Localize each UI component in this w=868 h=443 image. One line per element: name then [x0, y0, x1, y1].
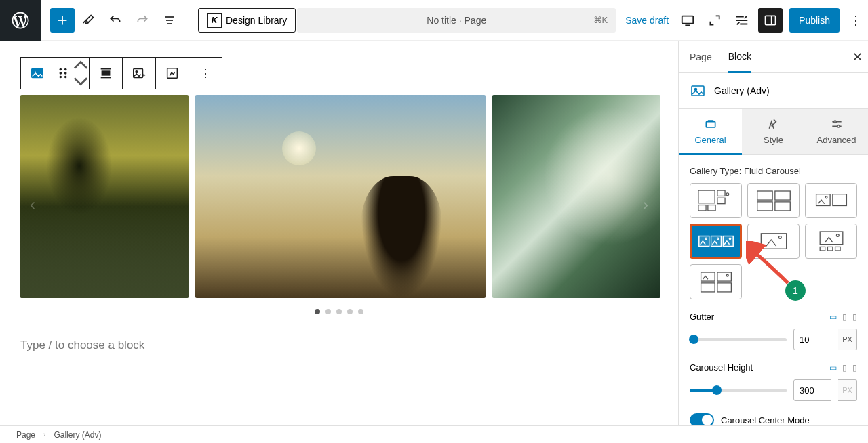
undo-button[interactable] — [102, 7, 129, 34]
gallery-type-masonry[interactable] — [690, 183, 742, 218]
add-block-prompt[interactable]: Type / to choose a block — [20, 339, 658, 352]
svg-rect-9 — [32, 69, 43, 78]
svg-rect-47 — [723, 236, 733, 247]
svg-point-14 — [64, 72, 67, 75]
carousel-dot[interactable] — [315, 309, 320, 314]
svg-rect-61 — [717, 283, 731, 292]
svg-rect-7 — [766, 16, 776, 24]
svg-rect-27 — [706, 122, 715, 127]
design-library-label: Design Library — [226, 15, 287, 26]
svg-point-15 — [60, 76, 62, 79]
svg-point-44 — [825, 196, 827, 198]
subtab-advanced-label: Advanced — [817, 135, 856, 145]
carousel-height-unit: PX — [838, 379, 857, 401]
gallery-image-1[interactable] — [20, 95, 189, 298]
svg-rect-20 — [134, 69, 143, 78]
carousel-height-slider[interactable] — [690, 389, 787, 392]
gallery-type-thumbnail-slider[interactable] — [805, 224, 857, 259]
design-library-button[interactable]: K Design Library — [198, 8, 296, 33]
carousel-height-value-input[interactable]: 300 — [793, 379, 831, 401]
device-tablet-icon[interactable]: ▯ — [842, 363, 847, 373]
breadcrumb-page[interactable]: Page — [16, 430, 35, 440]
gallery-type-grid[interactable] — [747, 183, 800, 218]
publish-button[interactable]: Publish — [789, 8, 840, 33]
sidebar-toggle-button[interactable] — [758, 8, 783, 33]
carousel-prev-button[interactable]: ‹ — [20, 188, 45, 221]
svg-point-16 — [64, 76, 67, 79]
subtab-advanced[interactable]: Advanced — [805, 109, 868, 154]
svg-rect-32 — [698, 190, 714, 203]
drag-handle-icon[interactable] — [54, 58, 73, 89]
gallery-type-tiles[interactable] — [690, 264, 742, 299]
gutter-value-input[interactable]: 10 — [793, 329, 831, 350]
gutter-unit[interactable]: PX — [838, 329, 857, 350]
carousel-dot[interactable] — [347, 309, 353, 314]
wordpress-logo[interactable] — [0, 0, 41, 41]
save-draft-button[interactable]: Save draft — [625, 15, 669, 26]
view-desktop-icon[interactable] — [674, 7, 701, 34]
svg-rect-46 — [711, 236, 721, 247]
gallery-type-slider[interactable] — [747, 224, 800, 259]
gallery-block[interactable]: ‹ › — [20, 95, 658, 314]
kadence-icon[interactable] — [728, 7, 755, 34]
svg-rect-33 — [717, 190, 724, 196]
block-type-gallery-icon[interactable] — [21, 58, 54, 89]
svg-rect-53 — [820, 232, 843, 245]
gallery-type-fluid-carousel[interactable] — [690, 224, 742, 259]
svg-rect-38 — [757, 191, 772, 200]
tab-block[interactable]: Block — [728, 41, 751, 73]
svg-point-54 — [836, 234, 839, 237]
carousel-dot[interactable] — [358, 309, 363, 314]
block-name-label: Gallery (Adv) — [714, 85, 770, 96]
svg-rect-43 — [832, 194, 846, 206]
breadcrumb-block[interactable]: Gallery (Adv) — [54, 430, 101, 440]
carousel-next-button[interactable]: › — [633, 188, 658, 221]
design-library-icon: K — [207, 13, 222, 28]
device-desktop-icon[interactable]: ▭ — [829, 363, 837, 373]
document-outline-button[interactable] — [156, 7, 183, 34]
carousel-center-mode-label: Carousel Center Mode — [721, 415, 810, 425]
svg-rect-58 — [701, 272, 715, 281]
block-more-options[interactable]: ⋮ — [189, 58, 222, 89]
tab-page[interactable]: Page — [690, 42, 712, 72]
block-toolbar: ⋮ — [20, 57, 222, 89]
svg-point-52 — [778, 236, 781, 239]
move-up-down-buttons[interactable] — [73, 58, 89, 89]
svg-rect-18 — [102, 71, 110, 75]
carousel-center-mode-toggle[interactable] — [690, 413, 714, 425]
svg-point-13 — [60, 72, 62, 75]
device-mobile-icon[interactable]: ▯ — [852, 363, 857, 373]
carousel-dot[interactable] — [336, 309, 342, 314]
add-block-button[interactable] — [50, 8, 75, 33]
carousel-dot[interactable] — [326, 309, 331, 314]
svg-rect-55 — [820, 247, 825, 251]
edit-mode-icon[interactable] — [75, 7, 102, 34]
gallery-image-2[interactable] — [195, 95, 486, 298]
svg-point-11 — [60, 68, 62, 71]
svg-rect-57 — [835, 247, 840, 251]
svg-point-30 — [833, 121, 835, 123]
device-tablet-icon[interactable]: ▯ — [842, 312, 847, 322]
device-desktop-icon[interactable]: ▭ — [829, 312, 837, 322]
crop-button[interactable] — [156, 58, 189, 89]
svg-rect-41 — [774, 202, 789, 211]
page-title-text: No title · Page — [427, 15, 486, 26]
subtab-style[interactable]: Style — [742, 109, 805, 154]
align-button[interactable] — [90, 58, 122, 89]
subtab-general[interactable]: General — [679, 109, 742, 155]
more-options-button[interactable]: ⋮ — [844, 13, 868, 28]
add-image-button[interactable] — [123, 58, 155, 89]
carousel-dots[interactable] — [20, 309, 658, 314]
page-title-field[interactable]: No title · Page ⌘K — [297, 8, 616, 33]
subtab-general-label: General — [694, 135, 726, 145]
gutter-slider[interactable] — [690, 338, 787, 341]
svg-rect-59 — [717, 272, 731, 281]
gallery-type-label: Gallery Type: Fluid Carousel — [690, 166, 857, 176]
close-sidebar-button[interactable]: ✕ — [852, 49, 863, 64]
svg-rect-25 — [692, 86, 704, 96]
expand-view-icon[interactable] — [701, 7, 728, 34]
device-mobile-icon[interactable]: ▯ — [852, 312, 857, 322]
svg-rect-45 — [698, 236, 709, 247]
redo-button[interactable] — [129, 7, 156, 34]
gallery-type-carousel[interactable] — [805, 183, 857, 218]
